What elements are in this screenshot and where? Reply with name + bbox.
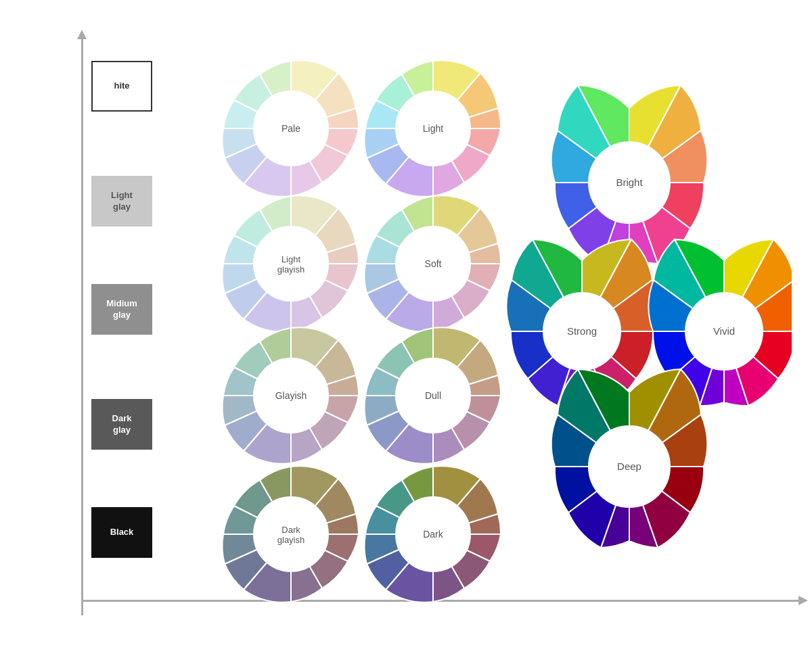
svg-text:Deep: Deep [617,460,641,472]
svg-text:Soft: Soft [425,258,442,269]
svg-text:Vivid: Vivid [713,325,735,337]
wheel-light-glayish: Light glayish [222,195,359,331]
svg-text:Dull: Dull [425,390,441,401]
wheel-bright: Bright [551,85,707,264]
svg-text:Light: Light [281,254,301,264]
wheel-pale: Pale [222,60,359,196]
svg-text:Bright: Bright [616,176,643,188]
svg-text:glayish: glayish [277,535,304,545]
svg-text:Strong: Strong [567,325,597,337]
wheel-light: Light [364,60,501,196]
x-axis-arrow [798,596,808,605]
wheel-glayish: Glayish [222,327,359,463]
wheel-soft: Soft [364,195,501,331]
wheel-dark-glayish: Dark glayish [222,466,359,602]
wheel-dark: Dark [364,466,501,602]
svg-text:Dark: Dark [281,525,300,535]
svg-text:Pale: Pale [281,123,300,134]
svg-text:Light: Light [423,123,443,134]
main-container: hite Lightglay Midiumglay Darkglay Black [41,20,792,642]
wheels-canvas: Pale Light [41,20,792,609]
svg-text:glayish: glayish [277,264,304,275]
wheel-dull: Dull [364,327,501,463]
svg-text:Dark: Dark [423,529,444,540]
svg-text:Glayish: Glayish [275,390,307,401]
wheel-deep: Deep [551,369,707,548]
